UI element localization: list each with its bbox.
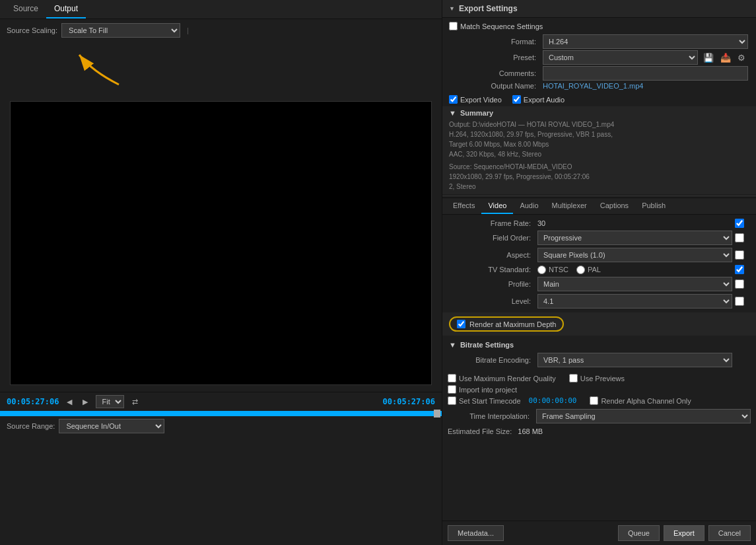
field-order-select[interactable]: Progressive — [537, 231, 732, 245]
summary-section: ▼ Summary Output: D:\videoHOTAI — HOTAI … — [442, 106, 756, 194]
render-alpha-checkbox[interactable] — [590, 396, 598, 405]
export-settings-header: ▼ Export Settings — [442, 0, 756, 18]
aspect-row: Aspect: Square Pixels (1.0) — [445, 246, 753, 264]
queue-btn[interactable]: Queue — [618, 525, 660, 541]
frame-rate-checkbox[interactable] — [735, 219, 744, 228]
render-alpha-item: Render Alpha Channel Only — [590, 396, 691, 405]
summary-line7: 2, Stereo — [449, 182, 749, 192]
tv-standard-checkbox[interactable] — [735, 265, 744, 274]
time-interp-row: Time Interpolation: Frame Sampling — [442, 408, 756, 425]
source-scaling-select[interactable]: Scale To Fill — [61, 23, 180, 38]
tab-effects[interactable]: Effects — [446, 198, 481, 214]
metadata-btn[interactable]: Metadata... — [448, 525, 504, 541]
export-btn[interactable]: Export — [664, 525, 704, 541]
source-range-select[interactable]: Sequence In/Out — [59, 419, 164, 433]
match-seq-row: Match Sequence Settings — [442, 18, 756, 32]
field-order-checkbox[interactable] — [735, 233, 744, 242]
level-control: 4.1 — [537, 294, 732, 309]
output-name-value[interactable]: HOTAI_ROYAL_VIDEO_1.mp4 — [543, 82, 643, 90]
source-scaling-label: Source Scaling: — [7, 26, 57, 34]
tab-audio[interactable]: Audio — [513, 198, 545, 214]
set-start-timecode-item: Set Start Timecode 00:00:00:00 — [448, 396, 576, 405]
level-row: Level: 4.1 — [445, 293, 753, 310]
zoom-select[interactable]: Fit — [96, 395, 124, 408]
profile-checkbox[interactable] — [735, 279, 744, 289]
estimated-row: Estimated File Size: 168 MB — [442, 425, 756, 438]
aspect-label: Aspect: — [449, 251, 535, 259]
comments-input[interactable] — [543, 66, 748, 81]
bitrate-encoding-select[interactable]: VBR, 1 pass — [537, 353, 732, 367]
aspect-control: Square Pixels (1.0) — [537, 248, 732, 262]
set-start-timecode-checkbox[interactable] — [448, 396, 456, 405]
progress-fill — [0, 411, 442, 416]
export-video-label: Export Video — [460, 96, 502, 104]
summary-line1: Output: D:\videoHOTAI — HOTAI ROYAL VIDE… — [449, 120, 749, 129]
aspect-checkbox[interactable] — [735, 250, 744, 260]
match-sequence-checkbox[interactable] — [449, 22, 458, 30]
summary-title: Summary — [460, 109, 493, 117]
profile-label: Profile: — [449, 280, 535, 288]
field-order-control: Progressive — [537, 231, 732, 245]
export-audio-checkbox[interactable] — [512, 95, 521, 104]
tab-output[interactable]: Output — [46, 0, 86, 18]
prev-frame-btn[interactable]: ◀ — [64, 396, 75, 408]
export-checks-row: Export Video Export Audio — [442, 92, 756, 106]
use-max-render-quality-checkbox[interactable] — [448, 374, 456, 382]
source-range-label: Source Range: — [7, 422, 55, 430]
timecode-right: 00:05:27:06 — [383, 397, 435, 406]
render-max-depth-label: Render at Maximum Depth — [469, 320, 556, 328]
use-max-render-quality-label: Use Maximum Render Quality — [459, 375, 556, 382]
format-label: Format: — [448, 38, 540, 46]
save-preset-btn[interactable]: 💾 — [701, 52, 716, 64]
ntsc-radio[interactable] — [537, 266, 546, 274]
source-range-row: Source Range: Sequence In/Out — [0, 416, 442, 436]
render-max-depth-circle: Render at Maximum Depth — [449, 316, 564, 332]
profile-control: Main — [537, 277, 732, 291]
render-max-depth-row: Render at Maximum Depth — [442, 312, 756, 336]
level-checkbox[interactable] — [735, 297, 744, 306]
time-interp-select[interactable]: Frame Sampling — [536, 409, 751, 423]
right-panel: ▼ Export Settings Match Sequence Setting… — [442, 0, 756, 545]
next-frame-btn[interactable]: ▶ — [80, 396, 90, 408]
cancel-btn[interactable]: Cancel — [708, 525, 751, 541]
aspect-select[interactable]: Square Pixels (1.0) — [537, 248, 732, 262]
export-audio-label: Export Audio — [524, 96, 565, 104]
format-select[interactable]: H.264 — [543, 34, 748, 49]
progress-thumb[interactable] — [434, 410, 440, 418]
level-select[interactable]: 4.1 — [537, 294, 732, 309]
tab-source[interactable]: Source — [5, 0, 46, 18]
bitrate-header: ▼ Bitrate Settings — [445, 338, 753, 351]
summary-line3: Target 6.00 Mbps, Max 8.00 Mbps — [449, 139, 749, 149]
pal-radio[interactable] — [576, 266, 585, 274]
bitrate-encoding-label: Bitrate Encoding: — [449, 356, 535, 364]
bc-row-3: Set Start Timecode 00:00:00:00 Render Al… — [448, 396, 751, 405]
comments-label: Comments: — [448, 69, 540, 77]
settings-preset-btn[interactable]: ⚙ — [735, 52, 748, 64]
preset-select[interactable]: Custom — [543, 50, 698, 65]
export-audio-row: Export Audio — [512, 95, 565, 104]
import-into-project-item: Import into project — [448, 385, 517, 394]
use-previews-checkbox[interactable] — [569, 374, 578, 382]
tab-captions[interactable]: Captions — [594, 198, 635, 214]
tab-publish[interactable]: Publish — [635, 198, 672, 214]
set-start-timecode-label: Set Start Timecode — [459, 397, 521, 405]
divider-1 — [442, 196, 756, 196]
summary-line2: H.264, 1920x1080, 29.97 fps, Progressive… — [449, 129, 749, 139]
time-interp-label: Time Interpolation: — [448, 412, 533, 420]
summary-header: ▼ Summary — [449, 109, 749, 117]
tabs-secondary: Effects Video Audio Multiplexer Captions… — [442, 198, 756, 215]
format-control: H.264 — [543, 34, 748, 49]
frame-rate-value: 30 — [537, 219, 545, 227]
pal-label[interactable]: PAL — [576, 266, 601, 274]
import-into-project-checkbox[interactable] — [448, 385, 456, 394]
profile-select[interactable]: Main — [537, 277, 732, 291]
render-max-depth-checkbox[interactable] — [457, 320, 465, 328]
export-video-checkbox[interactable] — [449, 95, 458, 104]
import-preset-btn[interactable]: 📥 — [718, 52, 734, 64]
use-max-render-quality-item: Use Maximum Render Quality — [448, 374, 556, 382]
tab-video[interactable]: Video — [481, 198, 513, 214]
progress-bar[interactable] — [0, 411, 442, 416]
tab-multiplexer[interactable]: Multiplexer — [545, 198, 594, 214]
ntsc-label[interactable]: NTSC — [537, 266, 568, 274]
loop-btn[interactable]: ⇄ — [129, 396, 141, 408]
